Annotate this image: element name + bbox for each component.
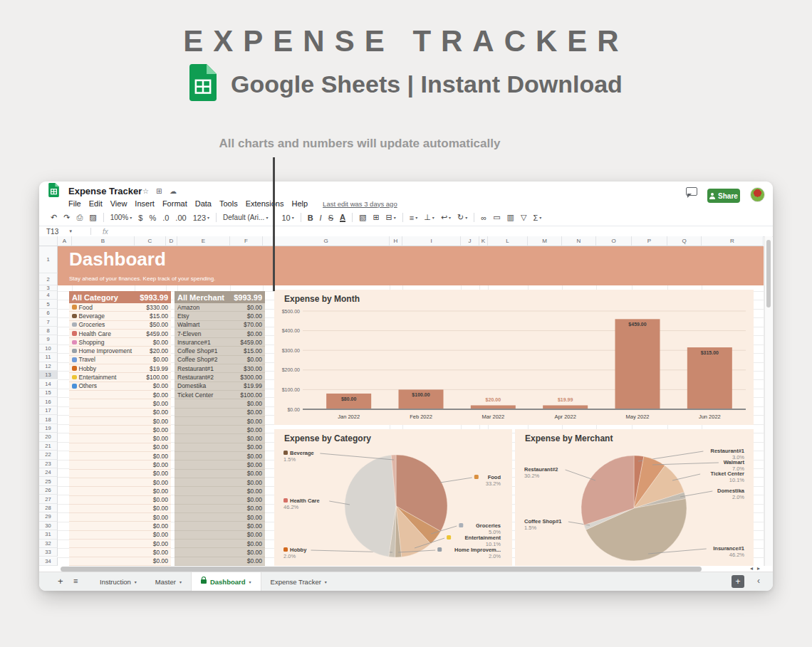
vertical-scroll-thumb[interactable]	[766, 240, 771, 307]
row-header-1[interactable]: 1	[39, 246, 58, 273]
table-row[interactable]: $0.00	[69, 426, 171, 434]
row-header-13[interactable]: 13	[39, 371, 58, 379]
borders-icon[interactable]: ⊞	[373, 213, 379, 222]
row-header-21[interactable]: 21	[39, 442, 58, 451]
table-row[interactable]: Amazon$0.00	[175, 303, 265, 312]
table-row[interactable]: $0.00	[175, 513, 265, 522]
avatar[interactable]	[750, 187, 765, 202]
scroll-right-icon[interactable]: ▸	[757, 565, 760, 572]
table-row[interactable]: Restaurant#2$300.00	[175, 373, 265, 382]
table-row[interactable]: $0.00	[69, 391, 171, 399]
row-header-9[interactable]: 9	[39, 335, 58, 344]
decrease-decimal-icon[interactable]: .0	[162, 214, 169, 222]
table-row[interactable]: $0.00	[175, 540, 265, 548]
table-row[interactable]: Restaurant#1$30.00	[175, 364, 265, 373]
table-row[interactable]: $0.00	[69, 496, 171, 505]
name-box[interactable]: T13 ▼	[39, 228, 86, 236]
insert-link-icon[interactable]: ∞	[481, 214, 486, 222]
column-header-G[interactable]: G	[263, 236, 390, 246]
column-header-L[interactable]: L	[488, 236, 528, 246]
horizontal-scroll-thumb[interactable]	[61, 567, 702, 572]
undo-icon[interactable]: ↶	[51, 213, 57, 222]
strikethrough-icon[interactable]: S	[328, 214, 333, 222]
comment-history-icon[interactable]	[686, 187, 697, 196]
merchant-table-header[interactable]: All Merchant$993.99	[175, 291, 265, 303]
text-color-icon[interactable]: A	[340, 214, 345, 222]
table-row[interactable]: $0.00	[175, 522, 265, 530]
menu-data[interactable]: Data	[195, 199, 212, 208]
row-header-15[interactable]: 15	[39, 389, 58, 397]
table-row[interactable]: Beverage$15.00	[69, 312, 171, 320]
redo-icon[interactable]: ↷	[63, 213, 70, 222]
row-header-3[interactable]: 3	[39, 285, 58, 291]
table-row[interactable]: $0.00	[175, 470, 265, 478]
table-row[interactable]: $0.00	[69, 505, 171, 513]
column-header-Q[interactable]: Q	[667, 236, 702, 246]
number-format-select[interactable]: 123▾	[193, 214, 209, 222]
menu-insert[interactable]: Insert	[135, 199, 155, 208]
category-table-header[interactable]: All Category$993.99	[69, 291, 171, 303]
font-size-select[interactable]: 10▾	[281, 214, 293, 222]
table-row[interactable]: $0.00	[69, 522, 171, 530]
column-header-B[interactable]: B	[72, 236, 135, 246]
table-row[interactable]: Entertainment$100.00	[69, 373, 171, 382]
table-row[interactable]: Ticket Center$100.00	[175, 391, 265, 399]
row-header-4[interactable]: 4	[39, 291, 58, 300]
cloud-status-icon[interactable]: ☁	[170, 187, 177, 195]
table-row[interactable]: $0.00	[69, 434, 171, 443]
all-sheets-icon[interactable]: ≡	[73, 577, 78, 585]
table-row[interactable]: $0.00	[175, 434, 265, 443]
percent-format-icon[interactable]: %	[149, 214, 156, 222]
menu-tools[interactable]: Tools	[219, 199, 238, 208]
row-header-16[interactable]: 16	[39, 397, 58, 406]
table-row[interactable]: $0.00	[175, 426, 265, 434]
column-header-E[interactable]: E	[177, 236, 230, 246]
functions-icon[interactable]: Σ▾	[533, 214, 541, 222]
vertical-align-icon[interactable]: ⊥▾	[424, 213, 434, 222]
table-row[interactable]: $0.00	[175, 443, 265, 452]
table-row[interactable]: Etsy$0.00	[175, 312, 265, 320]
table-row[interactable]: $0.00	[69, 478, 171, 487]
expense-by-month-chart[interactable]: Expense by Month$0.00$100.00$200.00$300.…	[274, 290, 754, 425]
row-header-28[interactable]: 28	[39, 504, 58, 512]
expense-by-merchant-chart[interactable]: Expense by MerchantRestaurant#13.0%Walma…	[515, 429, 754, 566]
column-header-O[interactable]: O	[596, 236, 632, 246]
tab-expense-tracker[interactable]: Expense Tracker▾	[261, 572, 336, 591]
table-row[interactable]: Walmart$70.00	[175, 321, 265, 330]
table-row[interactable]: $0.00	[69, 409, 171, 417]
table-row[interactable]: Food$330.00	[69, 303, 171, 312]
tab-instruction[interactable]: Instruction▾	[90, 572, 146, 591]
row-header-12[interactable]: 12	[39, 362, 58, 371]
table-row[interactable]: $0.00	[175, 487, 265, 495]
filter-icon[interactable]: ▽	[521, 213, 526, 222]
table-row[interactable]: Groceries$50.00	[69, 321, 171, 330]
table-row[interactable]: $0.00	[175, 505, 265, 513]
move-folder-icon[interactable]: ⊞	[156, 187, 162, 195]
table-row[interactable]: $0.00	[69, 513, 171, 522]
table-row[interactable]: Health Care$459.00	[69, 330, 171, 338]
table-row[interactable]: Home Improvement$20.00	[69, 347, 171, 355]
insert-chart-icon[interactable]: ▥	[507, 213, 514, 222]
table-row[interactable]: $0.00	[69, 548, 171, 557]
column-header-I[interactable]: I	[402, 236, 461, 246]
row-header-32[interactable]: 32	[39, 540, 58, 548]
table-row[interactable]: $0.00	[175, 531, 265, 540]
text-rotation-icon[interactable]: ↻▾	[457, 213, 467, 222]
table-row[interactable]: $0.00	[69, 487, 171, 495]
table-row[interactable]: Coffee Shop#2$0.00	[175, 356, 265, 364]
table-row[interactable]: Insurance#1$459.00	[175, 338, 265, 347]
column-header-N[interactable]: N	[562, 236, 596, 246]
tab-dashboard[interactable]: Dashboard▾	[191, 572, 261, 591]
column-header-A[interactable]: A	[58, 236, 72, 246]
table-row[interactable]: $0.00	[69, 443, 171, 452]
row-header-22[interactable]: 22	[39, 451, 58, 459]
table-row[interactable]: $0.00	[69, 557, 171, 566]
menu-format[interactable]: Format	[162, 199, 187, 208]
row-header-7[interactable]: 7	[39, 317, 58, 326]
dashboard-banner[interactable]: DashboardStay ahead of your finances. Ke…	[58, 246, 764, 285]
currency-format-icon[interactable]: $	[138, 214, 142, 222]
table-row[interactable]: $0.00	[69, 540, 171, 548]
tab-master[interactable]: Master▾	[146, 572, 191, 591]
column-header-K[interactable]: K	[479, 236, 488, 246]
row-header-31[interactable]: 31	[39, 530, 58, 539]
